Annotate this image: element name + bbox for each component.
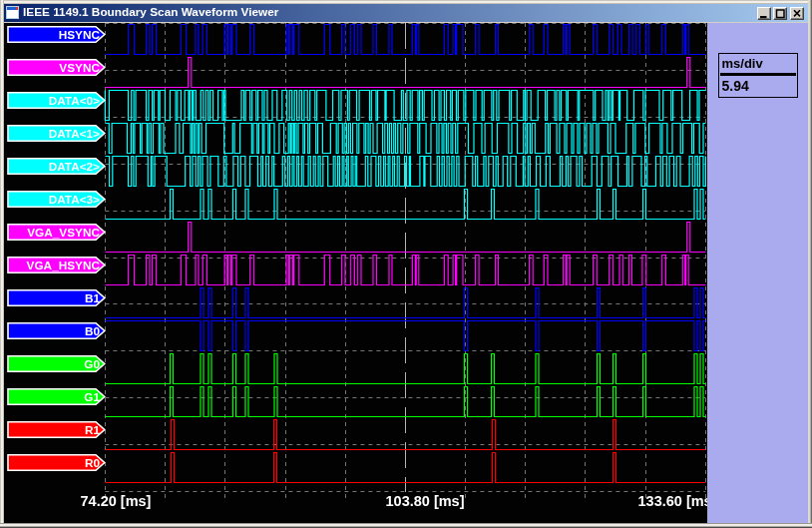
svg-text:74.20 [ms]: 74.20 [ms] [81,493,152,509]
svg-text:DATA<1>: DATA<1> [49,127,100,141]
svg-text:DATA<2>: DATA<2> [49,160,100,174]
svg-text:VSYNC: VSYNC [59,61,100,75]
svg-text:B1: B1 [85,291,101,305]
svg-text:HSYNC: HSYNC [59,28,101,42]
svg-text:DATA<3>: DATA<3> [49,193,100,207]
svg-text:G0: G0 [84,357,100,371]
svg-text:VGA_HSYNC: VGA_HSYNC [27,259,101,272]
svg-text:VGA_VSYNC: VGA_VSYNC [27,226,100,240]
svg-text:R1: R1 [85,423,101,437]
svg-text:R0: R0 [85,456,101,470]
svg-text:G1: G1 [84,390,100,404]
svg-text:133.60 [ms]: 133.60 [ms] [638,493,708,509]
svg-text:B0: B0 [85,324,101,338]
svg-text:103.80 [ms]: 103.80 [ms] [386,493,465,509]
svg-text:DATA<0>: DATA<0> [49,94,100,108]
